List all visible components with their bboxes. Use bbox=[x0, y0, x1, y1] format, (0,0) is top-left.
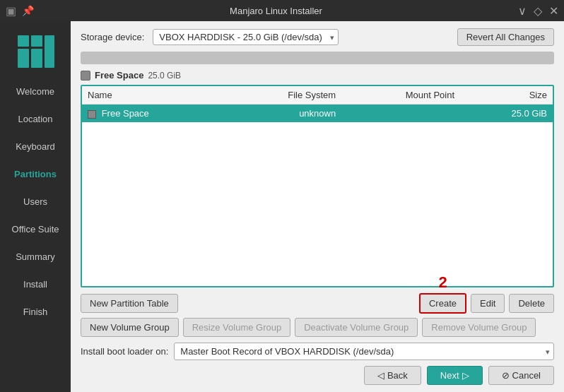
buttons-row-2: New Volume Group Resize Volume Group Dea… bbox=[81, 318, 554, 337]
app-icon: ▣ bbox=[6, 4, 16, 18]
partition-table-container: Name File System Mount Point Size Free S… bbox=[81, 85, 554, 287]
delete-button[interactable]: Delete bbox=[509, 294, 554, 313]
partition-table: Name File System Mount Point Size Free S… bbox=[82, 86, 553, 122]
sidebar-item-users[interactable]: Users bbox=[0, 188, 71, 215]
resize-volume-group-button[interactable]: Resize Volume Group bbox=[183, 318, 290, 337]
col-header-size: Size bbox=[460, 86, 553, 105]
edit-button[interactable]: Edit bbox=[471, 294, 505, 313]
back-button[interactable]: ◁ Back bbox=[364, 366, 421, 385]
storage-label: Storage device: bbox=[81, 32, 144, 42]
cell-mountpoint bbox=[341, 105, 460, 123]
buttons-area: New Partition Table 2 Create Edit Delete… bbox=[81, 293, 554, 343]
bootloader-select-wrapper: Master Boot Record of VBOX HARDDISK (/de… bbox=[174, 343, 554, 360]
svg-rect-2 bbox=[31, 35, 42, 47]
titlebar-title: Manjaro Linux Installer bbox=[230, 6, 322, 16]
content-area: Storage device: VBOX HARDDISK - 25.0 GiB… bbox=[71, 21, 564, 392]
new-volume-group-button[interactable]: New Volume Group bbox=[81, 318, 179, 337]
sidebar: Welcome Location Keyboard Partitions Use… bbox=[0, 21, 71, 392]
bootloader-select[interactable]: Master Boot Record of VBOX HARDDISK (/de… bbox=[174, 343, 554, 360]
sidebar-logo bbox=[0, 21, 71, 78]
cell-name: Free Space bbox=[82, 105, 225, 123]
new-partition-table-button[interactable]: New Partition Table bbox=[81, 294, 178, 313]
back-label: Back bbox=[387, 370, 408, 381]
create-button[interactable]: Create bbox=[419, 293, 466, 314]
svg-rect-0 bbox=[18, 35, 29, 47]
partition-table-wrapper: 1 Name File System Mount Point Size bbox=[81, 85, 554, 293]
col-header-filesystem: File System bbox=[225, 86, 341, 105]
deactivate-volume-group-button[interactable]: Deactivate Volume Group bbox=[295, 318, 418, 337]
titlebar: ▣ 📌 Manjaro Linux Installer ∨ ◇ ✕ bbox=[0, 0, 564, 21]
table-row[interactable]: Free Space unknown 25.0 GiB bbox=[82, 105, 553, 123]
maximize-icon[interactable]: ◇ bbox=[534, 4, 542, 18]
cell-filesystem: unknown bbox=[225, 105, 341, 123]
free-space-label: Free Space bbox=[95, 70, 143, 81]
svg-rect-1 bbox=[18, 49, 29, 68]
col-header-mountpoint: Mount Point bbox=[341, 86, 460, 105]
free-space-info: Free Space 25.0 GiB bbox=[81, 70, 554, 81]
close-icon[interactable]: ✕ bbox=[549, 4, 558, 18]
nav-row: ◁ Back Next ▷ ⊘ Cancel bbox=[81, 366, 554, 385]
table-header-row: Name File System Mount Point Size bbox=[82, 86, 553, 105]
bootloader-label: Install boot loader on: bbox=[81, 346, 168, 357]
cancel-button[interactable]: ⊘ Cancel bbox=[488, 366, 554, 385]
sidebar-item-keyboard[interactable]: Keyboard bbox=[0, 133, 71, 160]
cancel-label: Cancel bbox=[512, 370, 541, 381]
col-header-name: Name bbox=[82, 86, 225, 105]
svg-rect-4 bbox=[45, 35, 54, 68]
next-button[interactable]: Next ▷ bbox=[427, 366, 483, 385]
sidebar-item-partitions[interactable]: Partitions bbox=[0, 160, 71, 188]
remove-volume-group-button[interactable]: Remove Volume Group bbox=[422, 318, 536, 337]
cancel-circle-icon: ⊘ bbox=[502, 370, 510, 381]
storage-select-wrapper: VBOX HARDDISK - 25.0 GiB (/dev/sda) bbox=[153, 29, 339, 45]
free-space-size: 25.0 GiB bbox=[148, 71, 181, 81]
sidebar-item-office[interactable]: Office Suite bbox=[0, 215, 71, 243]
app-pin-icon: 📌 bbox=[22, 5, 34, 16]
row-icon bbox=[88, 110, 96, 119]
minimize-icon[interactable]: ∨ bbox=[518, 4, 527, 18]
bootloader-row: Install boot loader on: Master Boot Reco… bbox=[81, 343, 554, 360]
header-row: Storage device: VBOX HARDDISK - 25.0 GiB… bbox=[81, 28, 554, 46]
sidebar-item-summary[interactable]: Summary bbox=[0, 243, 71, 271]
next-label: Next bbox=[440, 370, 459, 381]
storage-select[interactable]: VBOX HARDDISK - 25.0 GiB (/dev/sda) bbox=[153, 29, 339, 45]
svg-rect-3 bbox=[31, 49, 42, 68]
buttons-row-1: New Partition Table 2 Create Edit Delete bbox=[81, 293, 554, 314]
sidebar-item-location[interactable]: Location bbox=[0, 105, 71, 133]
sidebar-item-finish[interactable]: Finish bbox=[0, 298, 71, 326]
next-arrow-icon: ▷ bbox=[462, 370, 469, 381]
logo-svg bbox=[16, 34, 55, 69]
revert-all-changes-button[interactable]: Revert All Changes bbox=[457, 28, 554, 46]
sidebar-item-install[interactable]: Install bbox=[0, 271, 71, 298]
cell-size: 25.0 GiB bbox=[460, 105, 553, 123]
sidebar-item-welcome[interactable]: Welcome bbox=[0, 78, 71, 105]
back-arrow-icon: ◁ bbox=[377, 370, 384, 381]
progress-bar-container bbox=[81, 52, 554, 64]
free-space-icon bbox=[81, 71, 90, 81]
